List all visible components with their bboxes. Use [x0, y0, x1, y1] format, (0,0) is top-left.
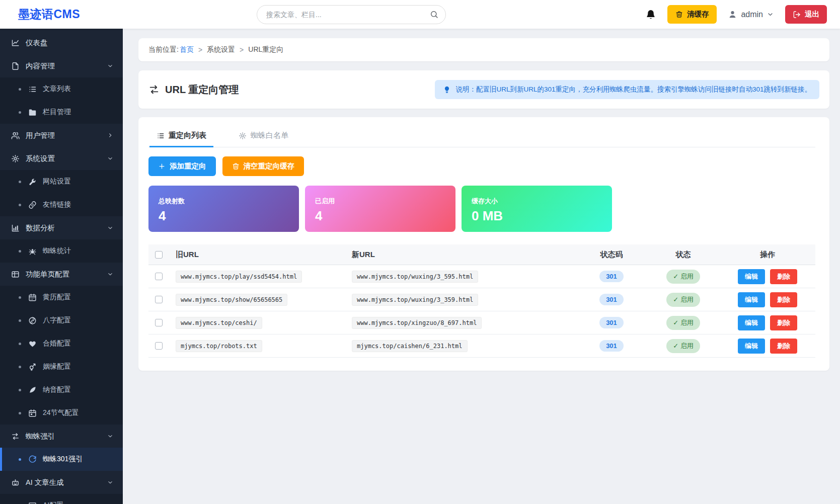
- search-icon[interactable]: [430, 10, 438, 19]
- sidebar-item-category[interactable]: 栏目管理: [0, 101, 123, 124]
- sidebar-item-label: 仪表盘: [26, 38, 48, 48]
- plus-icon: [158, 162, 166, 170]
- row-checkbox[interactable]: [155, 273, 163, 280]
- sidebar-item-hehun[interactable]: 合婚配置: [0, 332, 123, 355]
- lightbulb-icon: [443, 86, 451, 94]
- page-header-card: URL 重定向管理 说明：配置旧URL到新URL的301重定向，充分利用蜘蛛爬虫…: [138, 70, 829, 109]
- sidebar-item-label: 纳音配置: [43, 385, 71, 394]
- delete-button[interactable]: 删除: [770, 315, 797, 330]
- clear-redirect-cache-button[interactable]: 清空重定向缓存: [222, 156, 304, 176]
- sidebar-item-bazi[interactable]: 八字配置: [0, 309, 123, 332]
- edit-button[interactable]: 编辑: [738, 269, 765, 284]
- list-icon: [27, 85, 37, 94]
- heart-icon: [27, 340, 37, 348]
- exchange-icon: [10, 432, 20, 441]
- stat-card: 已启用4: [305, 186, 455, 232]
- delete-button[interactable]: 删除: [770, 269, 797, 284]
- redirect-table: 旧URL新URL状态码状态操作www.mjymcs.top/play/ssd54…: [148, 244, 815, 358]
- column-header-old-url: 旧URL: [172, 250, 352, 260]
- sidebar-item-label: 用户管理: [26, 131, 55, 140]
- clear-cache-button[interactable]: 清缓存: [667, 5, 717, 24]
- page-title: URL 重定向管理: [148, 83, 239, 97]
- stat-label: 总映射数: [159, 197, 289, 206]
- header-actions: 清缓存 admin 退出: [645, 5, 840, 24]
- delete-button[interactable]: 删除: [770, 339, 797, 354]
- sidebar-item-spider-301[interactable]: 蜘蛛301强引: [0, 448, 123, 471]
- status-code-badge: 301: [599, 340, 624, 352]
- sidebar-submenu-system: 网站设置友情链接: [0, 170, 123, 216]
- sidebar-item-jieqi[interactable]: 24节气配置: [0, 401, 123, 425]
- sidebar-item-spider-redirect[interactable]: 蜘蛛强引: [0, 425, 123, 448]
- chevron-down-icon: [107, 62, 114, 69]
- sidebar-item-dashboard[interactable]: 仪表盘: [0, 31, 123, 54]
- sidebar-item-label: 网站设置: [43, 177, 71, 186]
- stat-cards: 总映射数4已启用4缓存大小0 MB: [148, 186, 815, 232]
- chevron-down-icon: [107, 271, 114, 278]
- row-checkbox[interactable]: [155, 296, 163, 303]
- breadcrumb-prefix: 当前位置:: [148, 45, 179, 54]
- logout-button[interactable]: 退出: [785, 5, 827, 24]
- select-all-checkbox[interactable]: [155, 251, 163, 259]
- sidebar-item-nayin[interactable]: 纳音配置: [0, 378, 123, 401]
- user-menu[interactable]: admin: [728, 10, 774, 19]
- add-redirect-button[interactable]: 添加重定向: [148, 156, 216, 176]
- row-checkbox[interactable]: [155, 342, 163, 350]
- chevron-down-icon: [107, 433, 114, 440]
- stat-value: 4: [315, 208, 445, 224]
- search-input[interactable]: [257, 5, 446, 24]
- leaf-icon: [27, 386, 37, 394]
- chart-line-icon: [10, 39, 20, 47]
- sidebar-item-label: 友情链接: [43, 200, 71, 209]
- old-url: www.mjymcs.top/show/65656565: [176, 294, 287, 306]
- status-badge: ✓ 启用: [666, 293, 700, 307]
- tab-redirect-list[interactable]: 重定向列表: [149, 125, 213, 147]
- sidebar-item-site-settings[interactable]: 网站设置: [0, 170, 123, 193]
- breadcrumb-current: URL重定向: [248, 45, 283, 54]
- breadcrumb: 当前位置: 首页 > 系统设置 > URL重定向: [138, 38, 829, 61]
- users-icon: [10, 131, 20, 140]
- sidebar-item-label: AI 文章生成: [26, 478, 64, 487]
- sidebar-item-single-pages[interactable]: 功能单页配置: [0, 263, 123, 286]
- sidebar-submenu-spider-redirect: 蜘蛛301强引: [0, 448, 123, 471]
- sidebar-item-yinyuan[interactable]: 姻缘配置: [0, 355, 123, 378]
- sidebar-item-label: 文章列表: [43, 85, 71, 94]
- stat-card: 缓存大小0 MB: [462, 186, 612, 232]
- status-code-badge: 301: [599, 317, 624, 328]
- status-badge: ✓ 启用: [666, 316, 700, 330]
- sidebar-submenu-single-pages: 黄历配置八字配置合婚配置姻缘配置纳音配置24节气配置: [0, 286, 123, 425]
- tab-spider-whitelist[interactable]: 蜘蛛白名单: [232, 125, 295, 147]
- trash-icon: [675, 11, 683, 18]
- spider-icon: [27, 247, 37, 256]
- delete-button[interactable]: 删除: [770, 292, 797, 307]
- sidebar-item-analytics[interactable]: 数据分析: [0, 216, 123, 239]
- edit-button[interactable]: 编辑: [738, 339, 765, 354]
- breadcrumb-home-link[interactable]: 首页: [180, 45, 194, 54]
- info-banner: 说明：配置旧URL到新URL的301重定向，充分利用蜘蛛爬虫流量。搜索引擎蜘蛛访…: [435, 80, 819, 99]
- breadcrumb-section: 系统设置: [207, 45, 235, 54]
- bullet-dot: [19, 111, 21, 114]
- edit-button[interactable]: 编辑: [738, 292, 765, 307]
- table-row: www.mjymcs.top/ceshi/www.mjymcs.top/xing…: [148, 311, 815, 334]
- old-url: mjymcs.top/robots.txt: [176, 340, 262, 352]
- sidebar-item-article-list[interactable]: 文章列表: [0, 77, 123, 101]
- sidebar-item-label: 蜘蛛强引: [26, 432, 55, 441]
- row-checkbox[interactable]: [155, 319, 163, 326]
- edit-button[interactable]: 编辑: [738, 315, 765, 330]
- sidebar-item-friend-links[interactable]: 友情链接: [0, 193, 123, 216]
- status-code-badge: 301: [599, 271, 624, 282]
- sidebar-item-content[interactable]: 内容管理: [0, 54, 123, 77]
- chevron-right-icon: [107, 132, 114, 139]
- sidebar-item-huangli[interactable]: 黄历配置: [0, 286, 123, 309]
- new-url: www.mjymcs.top/wuxing/3_595.html: [352, 271, 478, 283]
- old-url: www.mjymcs.top/play/ssd5454.html: [176, 271, 302, 283]
- sidebar-item-system[interactable]: 系统设置: [0, 147, 123, 170]
- sidebar-item-label: 黄历配置: [43, 293, 71, 302]
- link-icon: [27, 201, 37, 209]
- sidebar-item-ai-articles[interactable]: AI 文章生成: [0, 471, 123, 494]
- sidebar-item-ai-config[interactable]: AI配置: [0, 494, 123, 504]
- sidebar-item-spider-stats[interactable]: 蜘蛛统计: [0, 239, 123, 263]
- bell-icon[interactable]: [645, 9, 656, 20]
- sidebar-item-users[interactable]: 用户管理: [0, 124, 123, 147]
- username: admin: [741, 10, 763, 19]
- stat-card: 总映射数4: [148, 186, 299, 232]
